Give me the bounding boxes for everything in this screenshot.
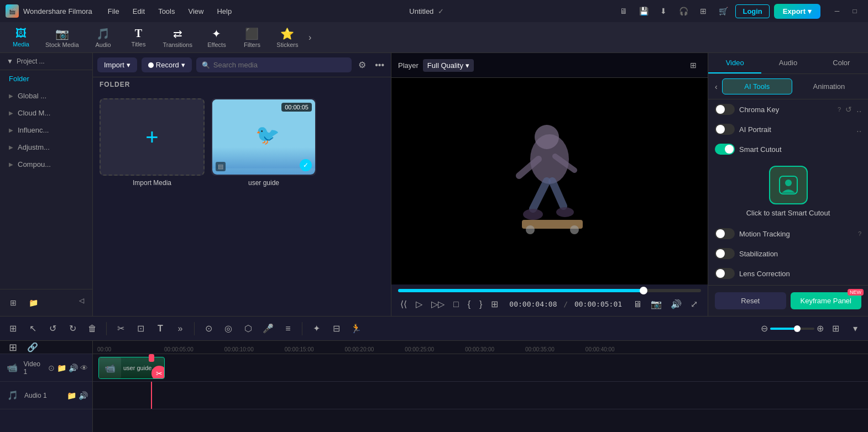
volume-button[interactable]: 🔊 [668, 297, 684, 312]
stop-button[interactable]: □ [451, 297, 461, 312]
menu-help[interactable]: Help [211, 5, 237, 18]
help-icon[interactable]: ? [858, 230, 861, 237]
sidebar-item-compound[interactable]: ▶ Compou... [0, 156, 92, 173]
more-dots-icon[interactable]: ‥ [856, 105, 861, 114]
cut-button[interactable]: ✂ [112, 320, 129, 337]
fit-button[interactable]: ⤢ [688, 297, 700, 312]
tool-audio[interactable]: 🎵 Audio [87, 25, 120, 50]
video-track-eye-icon[interactable]: 👁 [80, 363, 88, 372]
timeline-more-button[interactable]: ▾ [847, 320, 864, 337]
minimize-button[interactable]: ─ [829, 3, 845, 19]
download-icon[interactable]: ⬇ [656, 3, 671, 19]
grid-view-button[interactable]: ⊞ [4, 320, 21, 337]
tool-filters[interactable]: ⬛ Filters [236, 25, 269, 50]
sequence-button[interactable]: ≡ [280, 320, 296, 337]
camera-button[interactable]: 📷 [649, 297, 664, 312]
grid-layout-icon[interactable]: ⊞ [696, 3, 711, 19]
tab-ai-tools[interactable]: AI Tools [722, 78, 792, 94]
tab-audio[interactable]: Audio [761, 53, 814, 73]
motion-button[interactable]: 🏃 [348, 320, 364, 337]
delete-button[interactable]: 🗑 [84, 320, 101, 337]
video-media-card[interactable]: 🐦 00:00:05 ▤ ✓ user guide [211, 98, 316, 187]
more-dots-icon[interactable]: ‥ [856, 125, 861, 134]
menu-view[interactable]: View [182, 5, 209, 18]
video-track-folder-icon[interactable]: 📁 [57, 363, 66, 372]
tool-stock-media[interactable]: 📷 Stock Media [40, 25, 85, 50]
import-button[interactable]: Import ▾ [97, 57, 137, 72]
reset-icon[interactable]: ↺ [845, 105, 852, 114]
filter-button[interactable]: ⚙ [356, 57, 368, 72]
video-track-record-icon[interactable]: ⊙ [48, 363, 55, 372]
tab-animation[interactable]: Animation [794, 79, 864, 94]
crop-button[interactable]: ⊡ [132, 320, 149, 337]
cart-icon[interactable]: 🛒 [715, 3, 731, 19]
insert-button[interactable]: ⊞ [489, 297, 500, 312]
motion-tracking-toggle[interactable] [715, 228, 735, 239]
record-button[interactable]: Record ▾ [142, 57, 192, 72]
maximize-button[interactable]: □ [847, 3, 862, 19]
pip-button[interactable]: ⊟ [328, 320, 344, 337]
tab-video[interactable]: Video [708, 53, 761, 73]
tab-color[interactable]: Color [815, 53, 868, 73]
tool-titles[interactable]: T Titles [122, 25, 155, 50]
export-button[interactable]: Export ▾ [774, 4, 820, 19]
audio-track-folder-icon[interactable]: 📁 [67, 391, 76, 400]
redo-button[interactable]: ↻ [64, 320, 81, 337]
collapse-panel-button[interactable]: ◁ [75, 294, 88, 307]
layout-grid-button[interactable]: ⊞ [827, 320, 844, 337]
add-track-button[interactable]: ⊞ [4, 341, 21, 356]
lens-correction-toggle[interactable] [715, 268, 735, 279]
monitor-icon[interactable]: 🖥 [616, 3, 631, 19]
keyframe-panel-button[interactable]: Keyframe Panel NEW [791, 292, 862, 309]
smart-cutout-button[interactable] [769, 166, 808, 204]
menu-file[interactable]: File [102, 5, 125, 18]
fullscreen-icon[interactable]: ⊞ [686, 57, 701, 73]
clip-button[interactable]: ⬡ [240, 320, 257, 337]
zoom-in-icon[interactable]: ⊕ [817, 323, 824, 334]
link-button[interactable]: 🔗 [24, 341, 41, 356]
sidebar-item-influencer[interactable]: ▶ Influenc... [0, 122, 92, 139]
reset-button[interactable]: Reset [715, 292, 786, 309]
scissors-icon[interactable]: ✂ [151, 366, 165, 379]
play-button[interactable]: ▷▷ [429, 297, 447, 312]
text-button[interactable]: T [152, 320, 169, 337]
tool-transitions[interactable]: ⇄ Transitions [158, 25, 198, 50]
add-folder-button[interactable]: ⊞ [4, 294, 22, 312]
sidebar-item-folder[interactable]: Folder [0, 70, 92, 87]
magnet-button[interactable]: ✦ [308, 320, 325, 337]
sidebar-item-cloud[interactable]: ▶ Cloud M... [0, 104, 92, 122]
login-button[interactable]: Login [735, 4, 769, 18]
tool-media[interactable]: 🖼 Media [4, 25, 38, 50]
folder-button[interactable]: 📁 [24, 294, 42, 312]
mark-out-button[interactable]: } [477, 297, 484, 312]
video-track-volume-icon[interactable]: 🔊 [69, 363, 78, 372]
select-tool-button[interactable]: ↖ [24, 320, 41, 337]
more-options-button[interactable]: ••• [373, 58, 386, 72]
back-button[interactable]: ‹ [713, 80, 720, 93]
import-media-card[interactable]: + Import Media [100, 98, 205, 187]
step-back-button[interactable]: ▷ [414, 297, 425, 312]
menu-tools[interactable]: Tools [153, 5, 180, 18]
add-media-button[interactable]: + [100, 98, 205, 176]
progress-bar[interactable] [398, 289, 701, 292]
quality-selector[interactable]: Full Quality ▾ [423, 59, 474, 72]
help-icon[interactable]: ? [838, 106, 841, 113]
user-guide-clip[interactable]: 🐦 00:00:05 ▤ ✓ [211, 98, 316, 176]
mic-button[interactable]: 🎤 [260, 320, 276, 337]
video-clip[interactable]: 📹 user guide... ✂ [98, 357, 165, 379]
menu-edit[interactable]: Edit [127, 5, 150, 18]
stabilization-toggle[interactable] [715, 248, 735, 259]
toolbar-expand-button[interactable]: › [306, 30, 313, 45]
chroma-key-toggle[interactable] [715, 104, 735, 115]
ripple-edit-button[interactable]: ⊙ [200, 320, 217, 337]
search-input[interactable] [213, 61, 346, 69]
mark-in-button[interactable]: { [466, 297, 473, 312]
headphone-icon[interactable]: 🎧 [676, 3, 691, 19]
undo-button[interactable]: ↺ [44, 320, 61, 337]
slide-button[interactable]: ◎ [220, 320, 237, 337]
monitor-button[interactable]: 🖥 [631, 297, 644, 312]
smart-cutout-toggle[interactable] [715, 144, 735, 155]
sidebar-item-global[interactable]: ▶ Global ... [0, 87, 92, 104]
zoom-slider[interactable] [770, 328, 814, 330]
tool-effects[interactable]: ✦ Effects [200, 25, 233, 50]
